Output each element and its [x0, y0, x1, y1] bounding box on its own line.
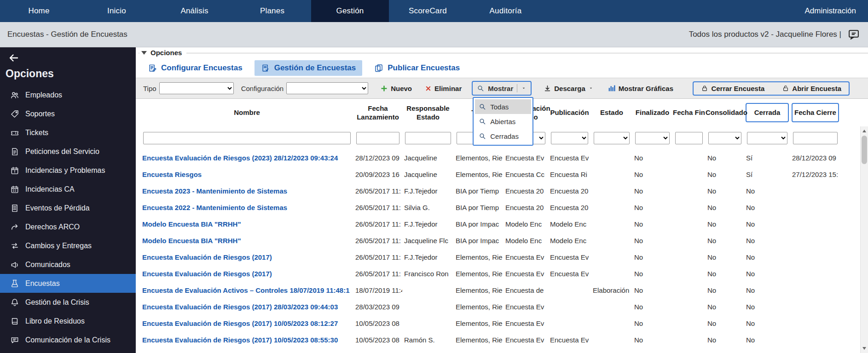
sidebar-item-tickets[interactable]: Tickets [0, 123, 136, 142]
mostrar-graficas-button[interactable]: Mostrar Gráficas [608, 84, 673, 92]
abrir-encuesta-button[interactable]: Abrir Encuesta [782, 85, 841, 92]
survey-name-link[interactable]: Encuesta Evaluación de Riesgos (2023) 28… [140, 154, 353, 162]
sidebar-item-eventos-de-perdida[interactable]: Eventos de Pérdida [0, 199, 136, 217]
nav-item-inicio[interactable]: Inicio [78, 0, 156, 22]
column-header-fecha-cierre[interactable]: Fecha Cierre [790, 99, 840, 126]
cerrar-encuesta-button[interactable]: Cerrar Encuesta [701, 85, 764, 92]
column-header-publicacion[interactable]: Publicación [548, 99, 591, 126]
filter-input-responsable-estado[interactable] [405, 132, 451, 144]
cell-value: BIA por Tiemp [454, 204, 503, 211]
filter-select-cerrada[interactable] [747, 132, 787, 144]
cell-value: Elementos, Rie [454, 286, 503, 294]
sidebar-item-libro-de-residuos[interactable]: Libro de Residuos [0, 312, 136, 330]
sidebar-item-empleados[interactable]: Empleados [0, 85, 136, 104]
column-header-cerrada[interactable]: Cerrada [744, 99, 790, 126]
nav-item-gestion[interactable]: Gestión [311, 0, 389, 22]
filter-input-fecha-lanzamiento[interactable] [356, 132, 399, 144]
survey-name-link[interactable]: Encuesta Evaluación de Riesgos (2017) 28… [140, 303, 353, 311]
survey-name-link[interactable]: Encuesta Evaluación de Riesgos (2017) 10… [140, 319, 353, 327]
filter-input-nombre[interactable] [143, 132, 351, 144]
cell-value: Encuesta Ev [548, 154, 591, 162]
cell-value: Encuesta Ev [503, 154, 548, 162]
sidebar-item-encuestas[interactable]: Encuestas [0, 274, 136, 293]
survey-name-link[interactable]: Modelo Encuesta BIA "RRHH" [140, 220, 353, 228]
table-row[interactable]: Modelo Encuesta BIA "RRHH"26/05/2017 11:… [140, 216, 840, 232]
filter-select-publicacion[interactable] [551, 132, 588, 144]
survey-name-link[interactable]: Encuesta 2022 - Mantenimiento de Sistema… [140, 204, 353, 211]
column-header-nombre[interactable]: Nombre [140, 99, 353, 126]
survey-name-link[interactable]: Encuesta Riesgos [140, 171, 353, 178]
nuevo-button[interactable]: Nuevo [380, 85, 412, 92]
cell-value: Modelo Enc [548, 220, 591, 228]
tab-gestion-de-encuestas[interactable]: Gestión de Encuestas [255, 60, 363, 76]
cell-value: Modelo Enc [503, 220, 548, 228]
table-row[interactable]: Encuesta Evaluación de Riesgos (2017)26/… [140, 265, 840, 282]
descarga-button[interactable]: Descarga [544, 85, 594, 92]
column-header-fecha-fin[interactable]: Fecha Fin [672, 99, 706, 126]
cell-value: 20/09/2023 16 [353, 171, 402, 178]
nav-item-scorecard[interactable]: ScoreCard [389, 0, 467, 22]
nav-item-analisis[interactable]: Análisis [156, 0, 233, 22]
vertical-scrollbar[interactable] [860, 126, 868, 353]
cell-value: F.J.Tejedor [402, 220, 454, 228]
section-collapse-toggle[interactable]: Opciones [139, 49, 186, 57]
sidebar-item-comunicacion-de-la-crisis[interactable]: Comunicación de la Crisis [0, 330, 136, 349]
cell-value: Elementos, Rie [454, 154, 503, 162]
scrollbar-thumb[interactable] [862, 136, 867, 164]
filter-input-fecha-fin[interactable] [675, 132, 703, 144]
nav-item-auditoria[interactable]: Auditoría [467, 0, 544, 22]
cell-value: No [706, 171, 744, 178]
survey-name-link[interactable]: Encuesta Evaluación de Riesgos (2017) [140, 253, 353, 261]
mostrar-option-cerradas[interactable]: Cerradas [475, 129, 531, 143]
survey-name-link[interactable]: Modelo Encuesta BIA "RRHH" [140, 237, 353, 245]
column-header-responsable-estado[interactable]: Responsable Estado [402, 99, 454, 126]
tipo-select[interactable] [159, 82, 234, 94]
column-header-consolidado[interactable]: Consolidado [706, 99, 744, 126]
filter-select-consolidado[interactable] [708, 132, 741, 144]
sidebar-item-cambios-y-entregas[interactable]: Cambios y Entregas [0, 236, 136, 255]
table-row[interactable]: Encuesta 2023 - Mantenimiento de Sistema… [140, 182, 840, 199]
cell-value: Jacqueline [402, 154, 454, 162]
table-row[interactable]: Encuesta Evaluación de Riesgos (2017) 10… [140, 331, 840, 348]
column-header-estado[interactable]: Estado [591, 99, 632, 126]
sidebar-item-comunicados[interactable]: Comunicados [0, 255, 136, 274]
mostrar-button[interactable]: Mostrar [472, 81, 532, 96]
sidebar-item-derechos-arco[interactable]: Derechos ARCO [0, 217, 136, 236]
table-row[interactable]: Encuesta Evaluación de Riesgos (2017) 28… [140, 298, 840, 315]
table-row[interactable]: Encuesta Evaluación de Riesgos (2017) 10… [140, 315, 840, 331]
nav-item-administracion[interactable]: Administración [793, 0, 868, 22]
survey-name-link[interactable]: Encuesta de Evaluación Activos – Control… [140, 286, 353, 294]
table-row[interactable]: Encuesta de Evaluación Activos – Control… [140, 282, 840, 298]
scroll-down-arrow[interactable] [861, 345, 868, 352]
eliminar-button[interactable]: Eliminar [425, 85, 462, 92]
mostrar-option-todas[interactable]: Todas [475, 99, 531, 114]
cell-value: No [706, 336, 744, 344]
tab-publicar-encuestas[interactable]: Publicar Encuestas [368, 60, 466, 76]
filter-select-estado[interactable] [594, 132, 630, 144]
sidebar-item-gestion-de-la-crisis[interactable]: Gestión de la Crisis [0, 293, 136, 312]
column-header-finalizado[interactable]: Finalizado [632, 99, 672, 126]
survey-name-link[interactable]: Encuesta Evaluación de Riesgos (2017) [140, 270, 353, 278]
survey-name-link[interactable]: Encuesta 2023 - Mantenimiento de Sistema… [140, 187, 353, 195]
configuracion-select[interactable] [286, 82, 368, 94]
table-row[interactable]: Encuesta Evaluación de Riesgos (2023) 28… [140, 149, 840, 166]
sidebar-item-peticiones-del-servicio[interactable]: Peticiones del Servicio [0, 142, 136, 161]
survey-name-link[interactable]: Encuesta Evaluación de Riesgos (2017) 10… [140, 336, 353, 344]
sidebar-item-incidencias-ca[interactable]: Incidencias CA [0, 180, 136, 199]
mostrar-option-abiertas[interactable]: Abiertas [475, 114, 531, 129]
sidebar-item-soportes[interactable]: Soportes [0, 104, 136, 123]
nav-item-home[interactable]: Home [0, 0, 78, 22]
table-row[interactable]: Encuesta Riesgos20/09/2023 16JacquelineE… [140, 166, 840, 182]
nav-item-planes[interactable]: Planes [233, 0, 311, 22]
filter-input-fecha-cierre[interactable] [793, 132, 838, 144]
scroll-up-arrow[interactable] [861, 127, 868, 135]
chat-help-icon[interactable] [847, 28, 861, 41]
sidebar-item-incidencias-y-problemas[interactable]: Incidencias y Problemas [0, 161, 136, 180]
table-row[interactable]: Modelo Encuesta BIA "RRHH"26/05/2017 11:… [140, 232, 840, 249]
filter-select-finalizado[interactable] [635, 132, 670, 144]
table-row[interactable]: Encuesta 2022 - Mantenimiento de Sistema… [140, 199, 840, 216]
column-header-fecha-lanzamiento[interactable]: Fecha Lanzamiento [353, 99, 402, 126]
tab-configurar-encuestas[interactable]: Configurar Encuestas [141, 60, 249, 76]
back-arrow-icon[interactable] [8, 52, 19, 63]
table-row[interactable]: Encuesta Evaluación de Riesgos (2017)26/… [140, 249, 840, 265]
